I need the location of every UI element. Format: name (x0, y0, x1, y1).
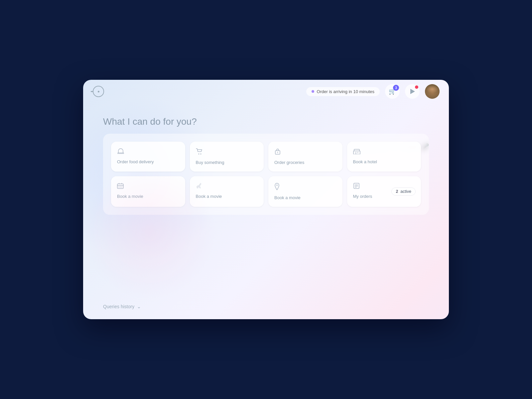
main-content: What I can do for you? Press and hold S … (83, 106, 449, 319)
logo-dot (98, 91, 99, 92)
page-headline: What I can do for you? (103, 116, 429, 127)
notification-banner: Order is arriving in 10 minutes (306, 87, 380, 96)
card-book-movie-1[interactable]: Book a movie (111, 176, 185, 207)
svg-point-1 (200, 154, 201, 155)
card-order-groceries[interactable]: Order groceries (268, 142, 342, 172)
svg-rect-6 (357, 152, 358, 153)
notification-text: Order is arriving in 10 minutes (317, 89, 374, 94)
hotel-icon (353, 148, 415, 156)
card-book-movie-3[interactable]: Book a movie (268, 176, 342, 207)
chevron-down-icon: ⌄ (137, 304, 141, 309)
app-window: Order is arriving in 10 minutes 🛒 3 What… (83, 80, 449, 319)
card-label-movie3: Book a movie (274, 195, 336, 200)
svg-rect-10 (121, 187, 122, 188)
card-my-orders[interactable]: My orders 2 active (347, 176, 421, 207)
message-badge (415, 85, 418, 89)
svg-point-11 (276, 185, 278, 186)
queries-history-label: Queries history (103, 304, 134, 309)
food-delivery-icon (117, 148, 179, 156)
card-label-buy: Buy something (196, 160, 258, 165)
plane-icon (196, 183, 258, 191)
card-label-food: Order food delivery (117, 159, 179, 164)
movie-icon-1 (117, 183, 179, 191)
card-label-hotel: Book a hotel (353, 159, 415, 164)
card-label-movie2: Book a movie (196, 194, 258, 199)
location-icon (274, 183, 336, 192)
card-label-groceries: Order groceries (274, 160, 336, 165)
avatar-image (425, 84, 440, 99)
card-buy-something[interactable]: Buy something (190, 142, 264, 172)
send-icon (410, 89, 415, 94)
logo-circle-icon (93, 86, 104, 97)
logo (92, 85, 104, 97)
svg-point-0 (198, 154, 199, 155)
cart-card-icon (196, 148, 258, 157)
card-book-hotel[interactable]: Book a hotel (347, 142, 421, 172)
cart-badge: 3 (393, 85, 399, 91)
svg-rect-9 (120, 187, 121, 188)
queries-history-button[interactable]: Queries history ⌄ (103, 304, 141, 309)
svg-rect-4 (353, 151, 360, 154)
svg-rect-8 (118, 187, 119, 188)
card-order-food[interactable]: Order food delivery (111, 142, 185, 172)
svg-rect-5 (355, 152, 356, 154)
card-book-movie-2[interactable]: Book a movie (190, 176, 264, 207)
active-count: 2 (396, 189, 398, 194)
avatar[interactable] (425, 84, 440, 99)
cards-container: Order food delivery Buy something (103, 134, 429, 215)
notification-dot-icon (312, 90, 314, 93)
header-right: Order is arriving in 10 minutes 🛒 3 (306, 84, 440, 99)
cart-button[interactable]: 🛒 3 (385, 84, 400, 99)
header: Order is arriving in 10 minutes 🛒 3 (83, 80, 449, 103)
message-button[interactable] (405, 84, 420, 99)
groceries-icon (274, 148, 336, 157)
svg-rect-7 (117, 184, 123, 189)
active-orders-badge: 2 active (391, 188, 416, 196)
card-label-movie1: Book a movie (117, 194, 179, 199)
cards-grid: Order food delivery Buy something (111, 142, 421, 207)
